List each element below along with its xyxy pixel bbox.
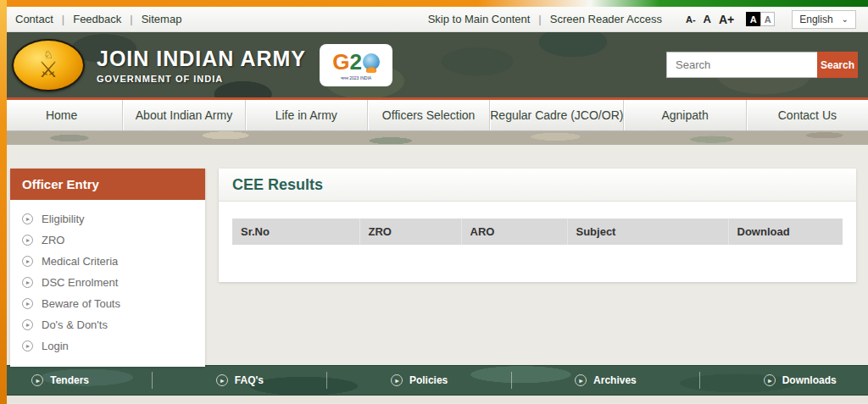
sidebar-item[interactable]: ▸ Eligibility	[22, 208, 193, 230]
sidebar-item-label: Do's & Don'ts	[42, 318, 108, 331]
g20-logo: G 2 भारत 2023 INDIA	[320, 44, 392, 86]
circle-arrow-icon: ▸	[22, 340, 33, 351]
chevron-down-icon: ⌄	[842, 14, 849, 24]
circle-arrow-icon: ▸	[22, 277, 33, 288]
left-border-strip	[0, 0, 7, 404]
content-area: Officer Entry ▸ Eligibility ▸ ZRO ▸	[0, 145, 868, 365]
font-increase-button[interactable]: A+	[719, 13, 734, 26]
font-normal-button[interactable]: A	[704, 13, 711, 25]
utility-links-right: Skip to Main Content | Screen Reader Acc…	[428, 10, 856, 29]
circle-arrow-icon: ▸	[22, 235, 33, 246]
g20-globe-icon	[363, 53, 380, 70]
sidebar-item[interactable]: ▸ Medical Criteria	[22, 251, 193, 272]
utility-bar: Contact| Feedback| Sitemap Skip to Main …	[0, 7, 868, 32]
sidebar-menu: ▸ Eligibility ▸ ZRO ▸ Medical Criteria	[10, 200, 205, 367]
footer-link[interactable]: ▸ Archives	[575, 374, 637, 386]
circle-arrow-icon: ▸	[575, 374, 587, 386]
divider: |	[62, 13, 64, 25]
crossed-swords-icon: ⚔	[38, 59, 58, 80]
font-size-controls: A- A A+	[686, 13, 734, 26]
g20-caption: भारत 2023 INDIA	[341, 75, 371, 81]
site-brand[interactable]: JOIN INDIAN ARMY GOVERNMENT OF INDIA	[97, 47, 306, 84]
contrast-toggles: A A	[746, 12, 775, 26]
circle-arrow-icon: ▸	[22, 213, 33, 224]
tricolor-top-strip	[0, 0, 868, 7]
sidebar-officer-entry: Officer Entry ▸ Eligibility ▸ ZRO ▸	[10, 169, 205, 367]
sidebar-item-label: DSC Enrolment	[42, 276, 118, 289]
cee-results-panel: CEE Results Sr.No ZRO ARO Subject Downlo…	[219, 169, 856, 282]
nav-item[interactable]: Contact Us	[746, 100, 868, 130]
circle-arrow-icon: ▸	[22, 319, 33, 330]
sidebar-item[interactable]: ▸ Do's & Don'ts	[22, 314, 193, 335]
table-header-row: Sr.No ZRO ARO Subject Download	[232, 219, 843, 245]
language-select[interactable]: English ⌄	[792, 10, 856, 29]
search-input[interactable]	[666, 52, 817, 78]
column-header-download: Download	[728, 219, 843, 245]
footer-link-label: Downloads	[782, 374, 837, 386]
circle-arrow-icon: ▸	[391, 374, 403, 386]
search-button[interactable]: Search	[817, 52, 858, 78]
footer-link[interactable]: ▸ Tenders	[31, 374, 89, 386]
sidebar-item[interactable]: ▸ ZRO	[22, 230, 193, 251]
high-contrast-button[interactable]: A	[746, 12, 760, 26]
bottom-strip	[0, 396, 868, 403]
sitemap-link[interactable]: Sitemap	[142, 13, 182, 25]
column-header-srno: Sr.No	[232, 219, 359, 245]
g20-digit-2: 2	[349, 51, 361, 73]
panel-body: Sr.No ZRO ARO Subject Download	[219, 202, 856, 282]
sidebar-item-label: Login	[42, 340, 69, 352]
skip-to-main-content-link[interactable]: Skip to Main Content	[428, 13, 531, 25]
circle-arrow-icon: ▸	[764, 374, 776, 386]
footer-link[interactable]: ▸ Policies	[391, 374, 448, 386]
footer-link-label: FAQ's	[235, 374, 264, 386]
search-area: Search	[666, 52, 858, 78]
site-title: JOIN INDIAN ARMY	[97, 47, 306, 71]
indian-army-emblem-icon[interactable]: ♘ ⚔	[12, 39, 85, 91]
nav-item[interactable]: Regular Cadre (JCO/OR)	[489, 100, 623, 130]
nav-item[interactable]: Agnipath	[623, 100, 745, 130]
font-decrease-button[interactable]: A-	[686, 14, 696, 25]
sidebar-item[interactable]: ▸ Beware of Touts	[22, 293, 193, 314]
nav-item[interactable]: Officers Selection	[367, 100, 489, 130]
site-header: ♘ ⚔ JOIN INDIAN ARMY GOVERNMENT OF INDIA…	[0, 32, 868, 97]
nav-item[interactable]: About Indian Army	[122, 100, 244, 130]
feedback-link[interactable]: Feedback	[73, 13, 121, 25]
footer-link-label: Archives	[593, 374, 637, 386]
nav-item[interactable]: Life in Army	[245, 100, 367, 130]
sidebar-item[interactable]: ▸ DSC Enrolment	[22, 272, 193, 293]
contact-link[interactable]: Contact	[15, 13, 53, 25]
panel-header: CEE Results	[219, 169, 856, 202]
page-title: CEE Results	[232, 176, 323, 193]
divider: |	[538, 13, 541, 25]
circle-arrow-icon: ▸	[22, 298, 33, 309]
sidebar-item[interactable]: ▸ Login	[22, 335, 193, 357]
column-header-subject: Subject	[567, 219, 728, 245]
footer-link[interactable]: ▸ FAQ's	[216, 374, 264, 386]
column-header-zro: ZRO	[359, 219, 461, 245]
footer-separator	[152, 372, 153, 389]
column-header-aro: ARO	[461, 219, 567, 245]
utility-links-left: Contact| Feedback| Sitemap	[15, 13, 181, 25]
footer-separator	[326, 372, 327, 389]
circle-arrow-icon: ▸	[22, 256, 33, 267]
normal-contrast-button[interactable]: A	[760, 12, 775, 26]
language-label: English	[799, 14, 832, 25]
sidebar-item-label: Beware of Touts	[42, 297, 120, 310]
g20-wordmark: G 2	[332, 51, 380, 73]
g20-letter-g: G	[332, 51, 349, 73]
footer-link[interactable]: ▸ Downloads	[764, 374, 837, 386]
screen-reader-access-link[interactable]: Screen Reader Access	[550, 13, 662, 25]
site-subtitle: GOVERNMENT OF INDIA	[97, 74, 306, 84]
nav-item[interactable]: Home	[0, 100, 122, 130]
circle-arrow-icon: ▸	[31, 374, 43, 386]
camouflage-divider	[0, 131, 868, 145]
sidebar-item-label: ZRO	[42, 234, 64, 246]
divider: |	[130, 13, 132, 25]
footer-link-label: Tenders	[50, 374, 89, 386]
footer-separator	[699, 372, 700, 389]
sidebar-item-label: Medical Criteria	[42, 255, 118, 268]
page: Contact| Feedback| Sitemap Skip to Main …	[0, 0, 868, 404]
sidebar-title: Officer Entry	[10, 169, 205, 200]
sidebar-item-label: Eligibility	[42, 213, 85, 225]
results-table: Sr.No ZRO ARO Subject Download	[232, 219, 843, 282]
